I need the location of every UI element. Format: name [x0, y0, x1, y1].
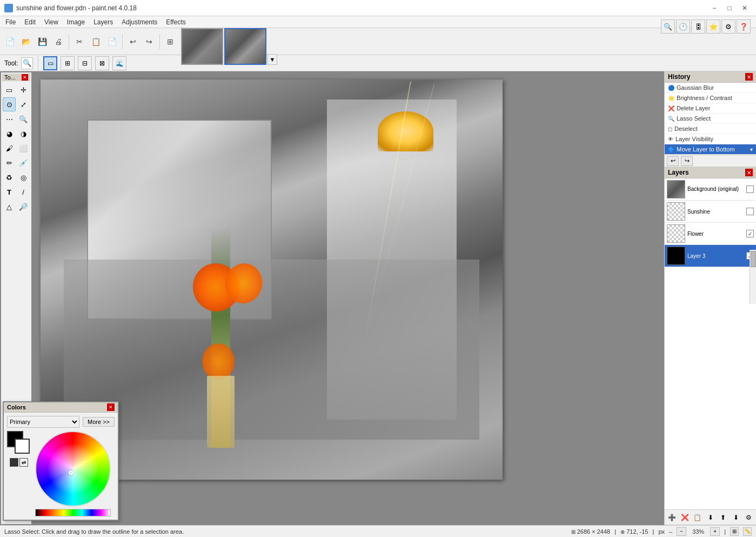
layer-visibility-flower[interactable]: [746, 230, 754, 237]
history-item-lasso[interactable]: 🔍 Lasso Select: [665, 114, 756, 124]
layer-background[interactable]: Background (original): [665, 178, 756, 201]
menu-edit[interactable]: Edit: [20, 17, 40, 27]
eraser-tool[interactable]: ⬜: [17, 141, 30, 155]
merge-layer-button[interactable]: ⬇: [704, 512, 717, 523]
canvas-area[interactable]: [32, 71, 664, 525]
new-button[interactable]: 📄: [2, 34, 17, 49]
menu-effects[interactable]: Effects: [162, 17, 190, 27]
zoom-out-button[interactable]: −: [677, 527, 686, 536]
selection-replace-button[interactable]: ▭: [43, 56, 57, 70]
history-redo-button[interactable]: ↪: [681, 156, 693, 166]
color-picker-tool[interactable]: 💉: [17, 156, 30, 170]
color-gradient-bar[interactable]: [35, 509, 111, 516]
more-colors-button[interactable]: More >>: [83, 417, 115, 427]
layer-visibility-background[interactable]: [746, 185, 754, 193]
image-tab-1[interactable]: [181, 28, 223, 65]
stamp-tool[interactable]: ◎: [17, 170, 30, 184]
layers-scroll-thumb[interactable]: [751, 251, 756, 267]
history-icon[interactable]: 🕐: [676, 19, 690, 34]
rulers-toggle-button[interactable]: 📏: [743, 527, 752, 536]
history-close-button[interactable]: ✕: [745, 73, 753, 81]
menu-layers[interactable]: Layers: [89, 17, 117, 27]
redo-button[interactable]: ↪: [142, 34, 157, 49]
color-wheel-container[interactable]: [35, 431, 111, 516]
move-selection-tool[interactable]: ⤢: [17, 97, 30, 111]
line-tool[interactable]: /: [17, 185, 30, 199]
menu-file[interactable]: File: [1, 17, 20, 27]
paintbrush-tool[interactable]: 🖌: [3, 141, 16, 155]
shapes-tool[interactable]: △: [3, 200, 16, 214]
zoom-icon[interactable]: 🔍: [661, 19, 675, 34]
minimize-button[interactable]: −: [707, 2, 721, 14]
grid-toggle-button[interactable]: ⊞: [730, 527, 739, 536]
delete-layer-button[interactable]: ❌: [679, 512, 691, 523]
zoom-tool[interactable]: 🔎: [17, 200, 30, 214]
swap-colors-button[interactable]: ⇄: [19, 458, 28, 467]
print-button[interactable]: 🖨: [51, 34, 66, 49]
move-layer-up-button[interactable]: ⬆: [717, 512, 730, 523]
history-item-deselect[interactable]: ◻ Deselect: [665, 124, 756, 134]
rectangle-select-tool[interactable]: ▭: [3, 83, 16, 97]
lasso-select-tool[interactable]: ⊙: [3, 97, 16, 111]
star-icon[interactable]: ⭐: [706, 19, 720, 34]
gradient-tool[interactable]: ◑: [17, 127, 30, 141]
menu-view[interactable]: View: [40, 17, 63, 27]
menu-image[interactable]: Image: [63, 17, 89, 27]
move-tool[interactable]: ✛: [17, 83, 30, 97]
image-tab-2[interactable]: [224, 28, 266, 65]
open-button[interactable]: 📂: [18, 34, 34, 49]
layer-sunshine[interactable]: Sunshine: [665, 201, 756, 223]
canvas-dimensions: ⊞ 2686 × 2448: [571, 528, 611, 535]
selection-intersect-button[interactable]: ⊠: [95, 56, 109, 70]
history-item-visibility[interactable]: 👁 Layer Visibility: [665, 134, 756, 144]
color-mode-select[interactable]: Primary Secondary: [7, 416, 79, 428]
close-button[interactable]: ✕: [738, 2, 752, 14]
layer-3[interactable]: Layer 3: [665, 245, 756, 267]
history-item-gaussian[interactable]: 🔵 Gaussian Blur: [665, 83, 756, 93]
magic-wand-tool[interactable]: ⋯: [3, 112, 16, 126]
menu-adjustments[interactable]: Adjustments: [117, 17, 162, 27]
layer-flower[interactable]: Flower: [665, 223, 756, 245]
cut-button[interactable]: ✂: [72, 34, 87, 49]
paste-button[interactable]: 📄: [104, 34, 119, 49]
maximize-button[interactable]: □: [722, 2, 737, 14]
history-item-brightness[interactable]: 🌟 Brightness / Contrast: [665, 93, 756, 103]
save-button[interactable]: 💾: [35, 34, 50, 49]
tabs-dropdown[interactable]: ▼: [267, 54, 277, 65]
layers-close-button[interactable]: ✕: [745, 169, 753, 176]
grid-button[interactable]: ⊞: [163, 34, 178, 49]
duplicate-layer-button[interactable]: 📋: [691, 512, 704, 523]
settings-icon[interactable]: ⚙: [721, 19, 735, 34]
tool-select-button[interactable]: 🔍: [21, 57, 33, 69]
secondary-swatch[interactable]: [15, 439, 30, 454]
clone-stamp-tool[interactable]: 🔍: [17, 112, 30, 126]
history-item-delete-layer[interactable]: ❌ Delete Layer: [665, 103, 756, 114]
colors-top-row: Primary Secondary More >>: [7, 416, 115, 428]
selection-subtract-button[interactable]: ⊟: [78, 56, 92, 70]
move-layer-down-button[interactable]: ⬇: [730, 512, 742, 523]
cursor-coordinates: ⊕ 712, -15: [620, 528, 648, 535]
reset-colors-button[interactable]: [10, 458, 18, 467]
colors-close-button[interactable]: ✕: [107, 403, 115, 411]
history-undo-button[interactable]: ↩: [667, 156, 679, 166]
copy-button[interactable]: 📋: [88, 34, 103, 49]
pencil-tool[interactable]: ✏: [3, 156, 16, 170]
layers-icon[interactable]: 🎛: [691, 19, 705, 34]
color-wheel[interactable]: [35, 431, 111, 507]
help-icon[interactable]: ❓: [737, 19, 751, 34]
paint-bucket-tool[interactable]: ◕: [3, 127, 16, 141]
tools-panel-close[interactable]: ✕: [22, 74, 28, 81]
feather-button[interactable]: 🌊: [112, 56, 126, 70]
history-item-move-layer[interactable]: 🔷 Move Layer to Bottom ▾: [665, 144, 756, 155]
tool-row-8: T /: [3, 185, 30, 199]
text-tool[interactable]: T: [3, 185, 16, 199]
zoom-in-button[interactable]: +: [710, 527, 720, 536]
layer-properties-button[interactable]: ⚙: [742, 512, 755, 523]
topright-toolbar: 🔍 🕐 🎛 ⭐ ⚙ ❓: [661, 19, 751, 34]
recolor-tool[interactable]: ♻: [3, 170, 16, 184]
selection-add-button[interactable]: ⊞: [61, 56, 75, 70]
layer-visibility-sunshine[interactable]: [746, 208, 754, 215]
history-dropdown-icon[interactable]: ▾: [750, 147, 753, 153]
add-layer-button[interactable]: ➕: [666, 512, 678, 523]
undo-button[interactable]: ↩: [125, 34, 141, 49]
